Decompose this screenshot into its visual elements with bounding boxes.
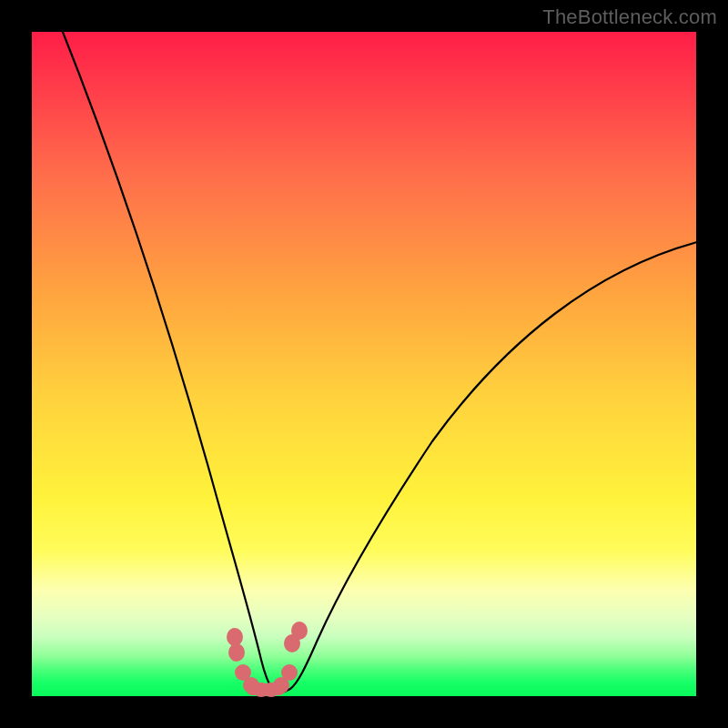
svg-point-0	[227, 628, 243, 646]
chart-svg	[32, 32, 696, 696]
curve-markers	[227, 622, 308, 697]
svg-rect-10	[247, 683, 285, 695]
svg-point-1	[228, 643, 245, 662]
watermark-text: TheBottleneck.com	[542, 5, 717, 29]
svg-point-3	[291, 622, 308, 640]
svg-point-9	[281, 664, 298, 681]
bottleneck-curve	[59, 23, 701, 692]
chart-frame: TheBottleneck.com	[0, 0, 728, 728]
plot-area	[32, 32, 696, 696]
